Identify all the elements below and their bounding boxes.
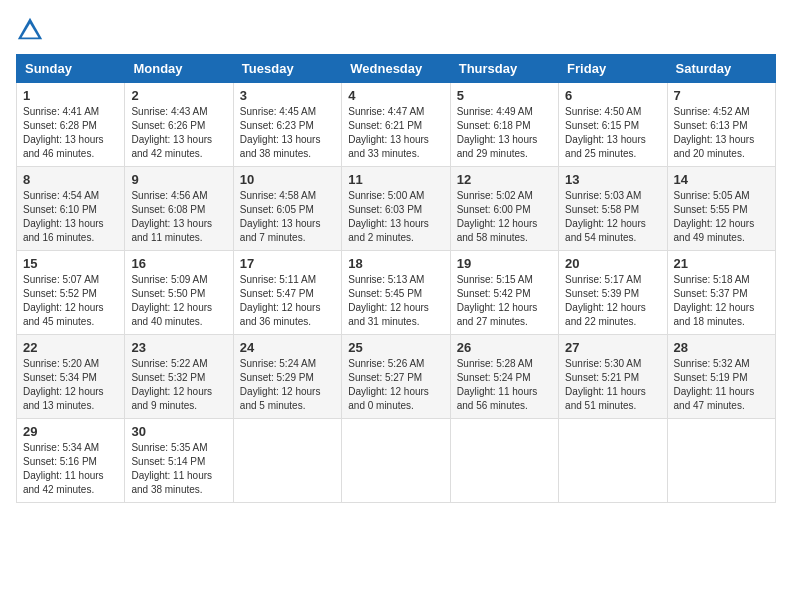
day-number: 5	[457, 88, 552, 103]
day-number: 18	[348, 256, 443, 271]
calendar-day-cell: 11Sunrise: 5:00 AMSunset: 6:03 PMDayligh…	[342, 167, 450, 251]
day-info: Sunrise: 5:35 AMSunset: 5:14 PMDaylight:…	[131, 441, 226, 497]
calendar-day-cell: 12Sunrise: 5:02 AMSunset: 6:00 PMDayligh…	[450, 167, 558, 251]
day-info: Sunrise: 5:02 AMSunset: 6:00 PMDaylight:…	[457, 189, 552, 245]
day-info: Sunrise: 5:11 AMSunset: 5:47 PMDaylight:…	[240, 273, 335, 329]
day-number: 25	[348, 340, 443, 355]
calendar-day-cell: 28Sunrise: 5:32 AMSunset: 5:19 PMDayligh…	[667, 335, 775, 419]
day-info: Sunrise: 5:20 AMSunset: 5:34 PMDaylight:…	[23, 357, 118, 413]
day-number: 13	[565, 172, 660, 187]
calendar-day-cell: 8Sunrise: 4:54 AMSunset: 6:10 PMDaylight…	[17, 167, 125, 251]
calendar-day-cell	[559, 419, 667, 503]
logo-icon	[16, 16, 44, 44]
day-info: Sunrise: 5:07 AMSunset: 5:52 PMDaylight:…	[23, 273, 118, 329]
calendar-day-cell: 5Sunrise: 4:49 AMSunset: 6:18 PMDaylight…	[450, 83, 558, 167]
calendar-day-cell	[233, 419, 341, 503]
calendar-day-cell: 1Sunrise: 4:41 AMSunset: 6:28 PMDaylight…	[17, 83, 125, 167]
day-of-week-header: Monday	[125, 55, 233, 83]
day-number: 30	[131, 424, 226, 439]
day-info: Sunrise: 5:18 AMSunset: 5:37 PMDaylight:…	[674, 273, 769, 329]
day-number: 20	[565, 256, 660, 271]
day-info: Sunrise: 4:58 AMSunset: 6:05 PMDaylight:…	[240, 189, 335, 245]
day-number: 27	[565, 340, 660, 355]
day-info: Sunrise: 5:30 AMSunset: 5:21 PMDaylight:…	[565, 357, 660, 413]
calendar-day-cell: 3Sunrise: 4:45 AMSunset: 6:23 PMDaylight…	[233, 83, 341, 167]
day-info: Sunrise: 5:24 AMSunset: 5:29 PMDaylight:…	[240, 357, 335, 413]
calendar-day-cell: 6Sunrise: 4:50 AMSunset: 6:15 PMDaylight…	[559, 83, 667, 167]
day-number: 26	[457, 340, 552, 355]
calendar-day-cell	[450, 419, 558, 503]
calendar-day-cell: 4Sunrise: 4:47 AMSunset: 6:21 PMDaylight…	[342, 83, 450, 167]
calendar-day-cell: 14Sunrise: 5:05 AMSunset: 5:55 PMDayligh…	[667, 167, 775, 251]
day-info: Sunrise: 4:50 AMSunset: 6:15 PMDaylight:…	[565, 105, 660, 161]
day-number: 16	[131, 256, 226, 271]
day-number: 23	[131, 340, 226, 355]
calendar-header-row: SundayMondayTuesdayWednesdayThursdayFrid…	[17, 55, 776, 83]
day-info: Sunrise: 5:05 AMSunset: 5:55 PMDaylight:…	[674, 189, 769, 245]
day-info: Sunrise: 4:45 AMSunset: 6:23 PMDaylight:…	[240, 105, 335, 161]
day-number: 8	[23, 172, 118, 187]
day-number: 2	[131, 88, 226, 103]
page-header	[16, 16, 776, 44]
calendar-week-row: 15Sunrise: 5:07 AMSunset: 5:52 PMDayligh…	[17, 251, 776, 335]
day-info: Sunrise: 5:32 AMSunset: 5:19 PMDaylight:…	[674, 357, 769, 413]
day-info: Sunrise: 5:26 AMSunset: 5:27 PMDaylight:…	[348, 357, 443, 413]
calendar-day-cell: 21Sunrise: 5:18 AMSunset: 5:37 PMDayligh…	[667, 251, 775, 335]
calendar-day-cell: 17Sunrise: 5:11 AMSunset: 5:47 PMDayligh…	[233, 251, 341, 335]
day-number: 28	[674, 340, 769, 355]
day-of-week-header: Sunday	[17, 55, 125, 83]
day-number: 9	[131, 172, 226, 187]
day-number: 15	[23, 256, 118, 271]
day-info: Sunrise: 5:22 AMSunset: 5:32 PMDaylight:…	[131, 357, 226, 413]
day-number: 24	[240, 340, 335, 355]
day-info: Sunrise: 5:03 AMSunset: 5:58 PMDaylight:…	[565, 189, 660, 245]
day-number: 1	[23, 88, 118, 103]
day-of-week-header: Friday	[559, 55, 667, 83]
calendar-table: SundayMondayTuesdayWednesdayThursdayFrid…	[16, 54, 776, 503]
calendar-week-row: 29Sunrise: 5:34 AMSunset: 5:16 PMDayligh…	[17, 419, 776, 503]
calendar-day-cell: 25Sunrise: 5:26 AMSunset: 5:27 PMDayligh…	[342, 335, 450, 419]
day-info: Sunrise: 4:52 AMSunset: 6:13 PMDaylight:…	[674, 105, 769, 161]
day-info: Sunrise: 4:54 AMSunset: 6:10 PMDaylight:…	[23, 189, 118, 245]
calendar-day-cell: 23Sunrise: 5:22 AMSunset: 5:32 PMDayligh…	[125, 335, 233, 419]
day-info: Sunrise: 4:41 AMSunset: 6:28 PMDaylight:…	[23, 105, 118, 161]
day-number: 3	[240, 88, 335, 103]
day-info: Sunrise: 4:47 AMSunset: 6:21 PMDaylight:…	[348, 105, 443, 161]
day-info: Sunrise: 5:09 AMSunset: 5:50 PMDaylight:…	[131, 273, 226, 329]
day-number: 22	[23, 340, 118, 355]
calendar-day-cell: 27Sunrise: 5:30 AMSunset: 5:21 PMDayligh…	[559, 335, 667, 419]
day-info: Sunrise: 5:17 AMSunset: 5:39 PMDaylight:…	[565, 273, 660, 329]
day-info: Sunrise: 5:28 AMSunset: 5:24 PMDaylight:…	[457, 357, 552, 413]
calendar-day-cell: 15Sunrise: 5:07 AMSunset: 5:52 PMDayligh…	[17, 251, 125, 335]
calendar-day-cell: 29Sunrise: 5:34 AMSunset: 5:16 PMDayligh…	[17, 419, 125, 503]
calendar-week-row: 1Sunrise: 4:41 AMSunset: 6:28 PMDaylight…	[17, 83, 776, 167]
day-number: 19	[457, 256, 552, 271]
calendar-day-cell: 22Sunrise: 5:20 AMSunset: 5:34 PMDayligh…	[17, 335, 125, 419]
day-info: Sunrise: 4:43 AMSunset: 6:26 PMDaylight:…	[131, 105, 226, 161]
calendar-day-cell: 19Sunrise: 5:15 AMSunset: 5:42 PMDayligh…	[450, 251, 558, 335]
calendar-week-row: 22Sunrise: 5:20 AMSunset: 5:34 PMDayligh…	[17, 335, 776, 419]
calendar-day-cell: 20Sunrise: 5:17 AMSunset: 5:39 PMDayligh…	[559, 251, 667, 335]
day-of-week-header: Thursday	[450, 55, 558, 83]
day-info: Sunrise: 5:13 AMSunset: 5:45 PMDaylight:…	[348, 273, 443, 329]
day-number: 12	[457, 172, 552, 187]
calendar-day-cell: 7Sunrise: 4:52 AMSunset: 6:13 PMDaylight…	[667, 83, 775, 167]
calendar-day-cell: 18Sunrise: 5:13 AMSunset: 5:45 PMDayligh…	[342, 251, 450, 335]
logo	[16, 16, 46, 44]
calendar-day-cell	[667, 419, 775, 503]
calendar-day-cell: 9Sunrise: 4:56 AMSunset: 6:08 PMDaylight…	[125, 167, 233, 251]
day-info: Sunrise: 5:34 AMSunset: 5:16 PMDaylight:…	[23, 441, 118, 497]
day-number: 11	[348, 172, 443, 187]
day-number: 4	[348, 88, 443, 103]
day-number: 29	[23, 424, 118, 439]
day-number: 14	[674, 172, 769, 187]
day-info: Sunrise: 4:56 AMSunset: 6:08 PMDaylight:…	[131, 189, 226, 245]
day-of-week-header: Tuesday	[233, 55, 341, 83]
day-info: Sunrise: 4:49 AMSunset: 6:18 PMDaylight:…	[457, 105, 552, 161]
day-info: Sunrise: 5:15 AMSunset: 5:42 PMDaylight:…	[457, 273, 552, 329]
day-number: 21	[674, 256, 769, 271]
calendar-day-cell: 13Sunrise: 5:03 AMSunset: 5:58 PMDayligh…	[559, 167, 667, 251]
calendar-day-cell: 30Sunrise: 5:35 AMSunset: 5:14 PMDayligh…	[125, 419, 233, 503]
calendar-day-cell: 2Sunrise: 4:43 AMSunset: 6:26 PMDaylight…	[125, 83, 233, 167]
day-number: 6	[565, 88, 660, 103]
